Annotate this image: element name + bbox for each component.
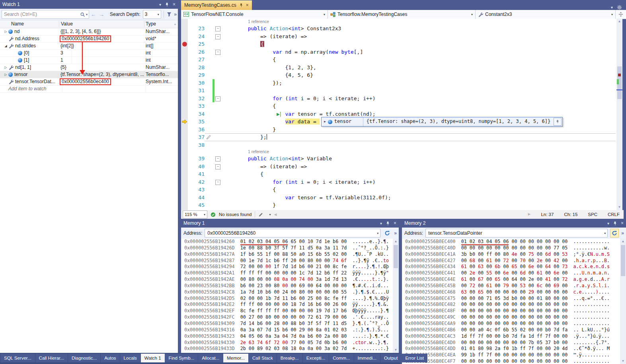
memory-byte[interactable]: 00	[470, 314, 478, 320]
memory-byte[interactable]: 7d	[511, 333, 520, 339]
memory-byte[interactable]: 00	[324, 289, 333, 295]
memory-byte[interactable]: 11	[333, 321, 341, 326]
code-line[interactable]: 36 }	[181, 126, 616, 134]
fold-collapse-icon[interactable]: −	[215, 26, 220, 31]
memory-byte[interactable]: 7d	[240, 321, 249, 326]
memory-byte[interactable]: 00	[461, 302, 470, 307]
memory-byte[interactable]: 00	[324, 302, 333, 307]
bottom-tab-breakp[interactable]: Breakp...	[277, 354, 302, 362]
memory-byte[interactable]: 00	[545, 270, 554, 276]
memory-byte[interactable]: 00	[511, 308, 520, 313]
code-line[interactable]: 43 {	[181, 186, 616, 194]
memory-byte[interactable]: 1b	[265, 296, 274, 301]
memory-byte[interactable]: ff	[257, 308, 265, 313]
memory-byte[interactable]: 08	[282, 346, 291, 351]
memory-byte[interactable]: 00	[562, 258, 567, 263]
memory-byte[interactable]: 00	[478, 340, 486, 345]
memory-byte[interactable]: 1f	[265, 251, 274, 257]
memory-byte[interactable]: 00	[291, 314, 299, 320]
memory-byte[interactable]: 00	[470, 358, 478, 364]
memory-byte[interactable]: 8c	[240, 308, 249, 313]
memory-byte[interactable]: 08	[274, 276, 282, 282]
memory-byte[interactable]: b6	[274, 258, 282, 263]
memory-byte[interactable]: 20	[291, 258, 299, 263]
memory-byte[interactable]: 61	[486, 283, 495, 288]
memory-byte[interactable]: 18	[291, 346, 299, 351]
memory-byte[interactable]: 00	[495, 333, 503, 339]
breakpoint-icon[interactable]	[182, 42, 187, 47]
memory-byte[interactable]: 00	[503, 321, 511, 326]
memory-byte[interactable]: 6f	[265, 340, 274, 345]
memory-byte[interactable]: 00	[486, 245, 495, 251]
issues-status[interactable]: No issues found	[219, 212, 252, 217]
memory-byte[interactable]: 00	[528, 270, 537, 276]
memory-byte[interactable]: 00	[562, 239, 567, 244]
memory-byte[interactable]: 00	[511, 358, 520, 364]
memory-byte[interactable]: 00	[274, 302, 282, 307]
memory-byte[interactable]: 10	[308, 239, 316, 244]
memory-byte[interactable]: 00	[470, 302, 478, 307]
expander-icon[interactable]: ▶	[322, 118, 328, 126]
memory-row[interactable]: 0x000002556B1942D5 02 00 00 1b 7d 11 b6 …	[181, 296, 393, 302]
scrollbar-thumb[interactable]	[394, 245, 398, 268]
refresh-icon[interactable]	[383, 229, 392, 237]
memory-byte[interactable]: 12	[316, 270, 324, 276]
watch-row[interactable]: [1]1int	[0, 57, 178, 64]
memory-byte[interactable]: 00	[478, 358, 486, 364]
column-header-value[interactable]: Value	[61, 20, 73, 27]
memory-byte[interactable]: 00	[282, 340, 291, 345]
watch-value-cell[interactable]: {int[2]}	[59, 43, 146, 49]
memory-byte[interactable]: 6e	[528, 264, 537, 269]
memory-byte[interactable]: 00	[554, 321, 562, 326]
memory-byte[interactable]: 14	[249, 321, 257, 326]
memory-byte[interactable]: 00	[554, 239, 562, 244]
memory-byte[interactable]: 00	[265, 283, 274, 288]
memory-byte[interactable]: 64	[511, 276, 520, 282]
memory2-address-input[interactable]	[427, 230, 602, 236]
memory-byte[interactable]: 00	[495, 340, 503, 345]
memory-byte[interactable]: 02	[470, 239, 478, 244]
memory-byte[interactable]: 00	[333, 314, 341, 320]
code-line[interactable]: 26− var nd = np.array(new byte[,]	[181, 48, 616, 56]
code-line[interactable]: 30 });	[181, 79, 616, 87]
watch-value-cell[interactable]: 0x000002556b194260	[59, 35, 146, 42]
bottom-tab-output[interactable]: Output	[380, 354, 402, 362]
scrollbar-thumb[interactable]	[621, 245, 625, 276]
search-depth-select[interactable]: 3 ▾	[143, 10, 161, 19]
memory-byte[interactable]: 1d	[324, 276, 333, 282]
memory-byte[interactable]: 00	[324, 258, 333, 263]
memory-byte[interactable]: 00	[333, 289, 341, 295]
search-input[interactable]	[3, 11, 80, 18]
memory-byte[interactable]: 65	[291, 239, 299, 244]
memory-byte[interactable]: 00	[265, 321, 274, 326]
memory-byte[interactable]: 21	[316, 264, 324, 269]
memory-byte[interactable]: 2a	[495, 346, 503, 351]
memory-byte[interactable]: 55	[486, 270, 495, 276]
tab-memorytestingcases[interactable]: MemoryTestingCases.cs ×	[181, 0, 252, 10]
memory-byte[interactable]: 7f	[528, 346, 537, 351]
watch-row[interactable]: ▷tensor{tf.Tensor: shape=(2, 3), dtype=u…	[0, 71, 178, 78]
column-indicator[interactable]: Ch: 15	[564, 212, 577, 217]
scroll-down-icon[interactable]: ▼	[393, 347, 399, 353]
memory-byte[interactable]: 23	[257, 283, 265, 288]
memory-byte[interactable]: 1d	[461, 333, 470, 339]
memory-byte[interactable]: 00	[520, 358, 528, 364]
memory-byte[interactable]: 63	[461, 289, 470, 295]
memory-byte[interactable]: 00	[461, 296, 470, 301]
memory-byte[interactable]: 00	[265, 264, 274, 269]
memory-byte[interactable]: 00	[511, 283, 520, 288]
memory-byte[interactable]: 00	[478, 308, 486, 313]
pin-icon[interactable]	[165, 2, 169, 7]
memory-byte[interactable]: 00	[520, 245, 528, 251]
member-dropdown[interactable]: Constant2x3 ▾	[476, 10, 616, 19]
memory-byte[interactable]: 1f	[274, 264, 282, 269]
memory-byte[interactable]: 00	[520, 308, 528, 313]
memory-byte[interactable]: 00	[537, 251, 545, 257]
memory-byte[interactable]: 00	[537, 302, 545, 307]
memory-byte[interactable]: 88	[282, 251, 291, 257]
memory-byte[interactable]: 1e	[249, 258, 257, 263]
watch-row[interactable]: Add item to watch	[0, 86, 178, 93]
memory-byte[interactable]: 00	[503, 314, 511, 320]
watch-value-cell[interactable]: 3	[59, 50, 146, 56]
editor-vertical-scrollbar[interactable]: ▲ ▼	[616, 19, 622, 210]
